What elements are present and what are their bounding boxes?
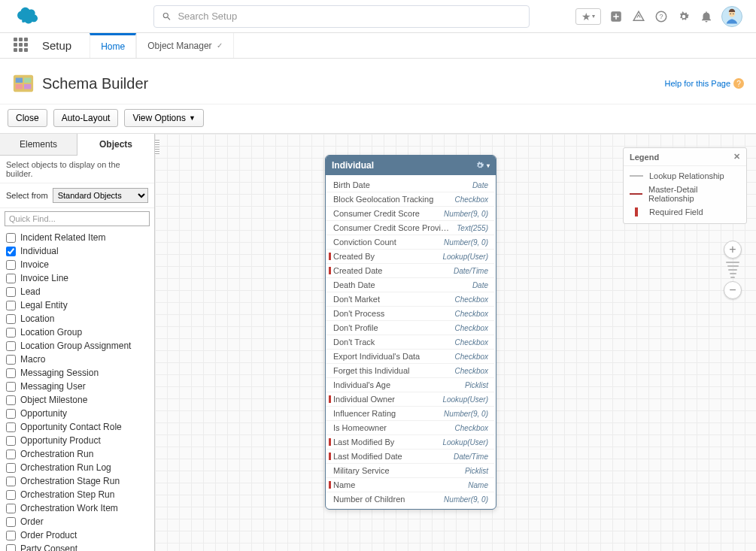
field-row[interactable]: Individual's AgePicklist <box>326 378 494 392</box>
field-row[interactable]: Birth DateDate <box>326 178 494 192</box>
field-row[interactable]: Death DateDate <box>326 278 494 292</box>
field-row[interactable]: Last Modified ByLookup(User) <box>326 435 494 450</box>
object-checkbox[interactable] <box>6 233 16 243</box>
sidebar-object-item[interactable]: Opportunity Contact Role <box>0 420 154 434</box>
object-checkbox[interactable] <box>6 328 16 338</box>
sidebar-object-item[interactable]: Location Group <box>0 325 154 339</box>
sidebar-object-item[interactable]: Macro <box>0 353 154 366</box>
field-row[interactable]: NameName <box>326 478 494 492</box>
object-checkbox[interactable] <box>6 531 16 540</box>
object-checkbox[interactable] <box>6 382 16 392</box>
object-field-list[interactable]: Birth DateDateBlock Geolocation Tracking… <box>326 175 496 509</box>
field-row[interactable]: Don't TrackCheckbox <box>326 335 494 350</box>
sidebar-object-item[interactable]: Order <box>0 515 154 528</box>
close-button[interactable]: Close <box>8 109 47 127</box>
object-card-individual[interactable]: Individual ▾ Birth DateDateBlock Geoloca… <box>325 155 496 510</box>
object-checkbox[interactable] <box>6 301 16 310</box>
salesforce-logo[interactable] <box>14 7 41 26</box>
sidebar-object-item[interactable]: Invoice <box>0 258 154 271</box>
field-row[interactable]: Influencer RatingNumber(9, 0) <box>326 407 494 421</box>
zoom-in-button[interactable]: + <box>724 241 742 259</box>
object-checkbox[interactable] <box>6 436 16 446</box>
field-row[interactable]: Last Modified DateDate/Time <box>326 450 494 464</box>
field-row[interactable]: Consumer Credit Score Provider NameText(… <box>326 221 494 235</box>
help-icon[interactable]: ? <box>654 9 669 24</box>
field-row[interactable]: Conviction CountNumber(9, 0) <box>326 235 494 250</box>
sidebar-object-item[interactable]: Orchestration Work Item <box>0 501 154 515</box>
object-checkbox[interactable] <box>6 422 16 432</box>
field-row[interactable]: Don't ProcessCheckbox <box>326 307 494 321</box>
field-row[interactable]: Block Geolocation TrackingCheckbox <box>326 192 494 207</box>
object-checkbox[interactable] <box>6 517 16 527</box>
sidebar-resize-handle[interactable] <box>155 140 159 155</box>
sidebar-object-item[interactable]: Order Product <box>0 528 154 542</box>
sidebar-object-item[interactable]: Orchestration Run Log <box>0 461 154 474</box>
tab-object-manager[interactable]: Object Manager✓ <box>136 33 233 58</box>
object-checkbox[interactable] <box>6 247 16 256</box>
help-link[interactable]: Help for this Page ? <box>665 78 744 89</box>
sidebar-object-item[interactable]: Location <box>0 312 154 325</box>
field-row[interactable]: Created DateDate/Time <box>326 264 494 278</box>
legend-close-icon[interactable]: ✕ <box>733 152 740 162</box>
sidebar-object-item[interactable]: Opportunity Product <box>0 434 154 447</box>
object-checkbox[interactable] <box>6 544 16 552</box>
field-row[interactable]: Is HomeownerCheckbox <box>326 421 494 435</box>
sidebar-object-item[interactable]: Lead <box>0 285 154 298</box>
view-options-button[interactable]: View Options▼ <box>124 109 203 127</box>
sidebar-object-item[interactable]: Incident Related Item <box>0 231 154 244</box>
setup-gear-icon[interactable] <box>676 9 691 24</box>
object-checkbox[interactable] <box>6 287 16 297</box>
sidebar-object-item[interactable]: Orchestration Run <box>0 447 154 461</box>
object-card-menu[interactable]: ▾ <box>475 160 490 171</box>
sidebar-tab-objects[interactable]: Objects <box>77 134 154 156</box>
search-input[interactable] <box>178 11 521 22</box>
user-avatar[interactable] <box>721 6 742 27</box>
sidebar-object-item[interactable]: Messaging User <box>0 380 154 393</box>
object-checkbox[interactable] <box>6 504 16 513</box>
object-checkbox[interactable] <box>6 314 16 324</box>
favorites-button[interactable]: ★▾ <box>575 8 601 25</box>
sidebar-object-item[interactable]: Legal Entity <box>0 298 154 312</box>
sidebar-object-item[interactable]: Orchestration Step Run <box>0 488 154 501</box>
notifications-icon[interactable] <box>699 9 714 24</box>
field-row[interactable]: Consumer Credit ScoreNumber(9, 0) <box>326 207 494 221</box>
object-checkbox[interactable] <box>6 463 16 473</box>
field-row[interactable]: Don't ProfileCheckbox <box>326 321 494 335</box>
object-checkbox[interactable] <box>6 368 16 378</box>
tab-home[interactable]: Home <box>90 33 136 58</box>
sidebar-tab-elements[interactable]: Elements <box>0 134 77 155</box>
object-checkbox[interactable] <box>6 355 16 365</box>
sidebar-object-item[interactable]: Location Group Assignment <box>0 339 154 353</box>
object-checkbox[interactable] <box>6 477 16 486</box>
field-row[interactable]: Individual OwnerLookup(User) <box>326 392 494 407</box>
app-launcher-icon[interactable] <box>14 38 30 54</box>
object-checkbox[interactable] <box>6 490 16 500</box>
add-icon[interactable] <box>609 9 624 24</box>
sidebar-object-item[interactable]: Individual <box>0 244 154 258</box>
select-from-dropdown[interactable]: Standard Objects <box>53 188 148 203</box>
object-checkbox[interactable] <box>6 409 16 419</box>
legend-panel[interactable]: Legend ✕ Lookup Relationship Master-Deta… <box>623 147 747 224</box>
sidebar-object-item[interactable]: Messaging Session <box>0 366 154 380</box>
object-card-header[interactable]: Individual ▾ <box>326 156 496 175</box>
field-row[interactable]: Export Individual's DataCheckbox <box>326 350 494 364</box>
object-checkbox[interactable] <box>6 341 16 351</box>
zoom-out-button[interactable]: − <box>724 281 742 299</box>
auto-layout-button[interactable]: Auto-Layout <box>53 109 119 127</box>
sidebar-object-item[interactable]: Opportunity <box>0 407 154 420</box>
object-checkbox[interactable] <box>6 274 16 283</box>
field-row[interactable]: Forget this IndividualCheckbox <box>326 364 494 378</box>
global-search[interactable] <box>153 5 530 28</box>
object-checkbox[interactable] <box>6 395 16 405</box>
schema-canvas[interactable]: Individual ▾ Birth DateDateBlock Geoloca… <box>155 134 756 551</box>
field-row[interactable]: Number of ChildrenNumber(9, 0) <box>326 492 494 506</box>
sidebar-object-item[interactable]: Invoice Line <box>0 271 154 285</box>
object-checkbox[interactable] <box>6 450 16 459</box>
quick-find-input[interactable] <box>5 211 150 226</box>
field-row[interactable]: Don't MarketCheckbox <box>326 292 494 307</box>
object-checkbox[interactable] <box>6 260 16 270</box>
sidebar-object-item[interactable]: Object Milestone <box>0 393 154 407</box>
sidebar-object-item[interactable]: Orchestration Stage Run <box>0 474 154 488</box>
field-row[interactable]: Created ByLookup(User) <box>326 250 494 264</box>
sidebar-object-item[interactable]: Party Consent <box>0 542 154 551</box>
